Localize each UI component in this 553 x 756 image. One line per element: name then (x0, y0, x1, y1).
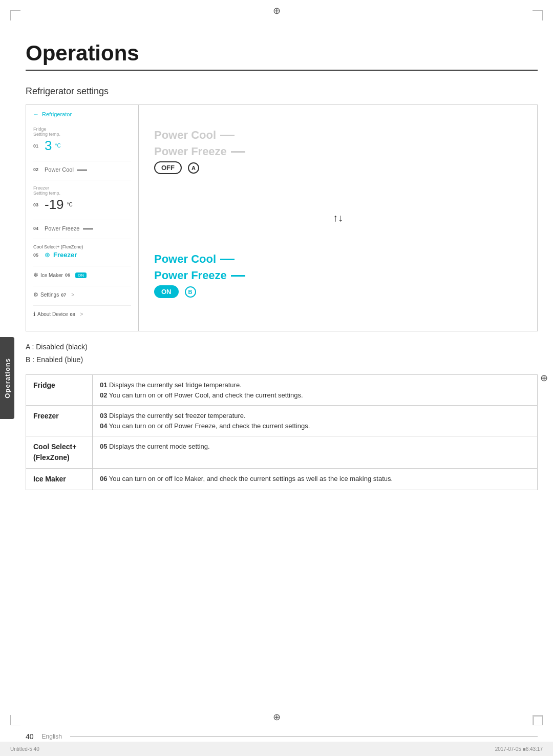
coolselect-value: Freezer (53, 251, 77, 259)
legend-b: B : Enabled (blue) (26, 353, 538, 366)
desc-num-03: 03 (100, 412, 107, 419)
page-footer: 40 English (26, 732, 538, 741)
diagram-container: ← Refrigerator FridgeSetting temp. 01 3 … (26, 104, 538, 331)
sidebar-tab: Operations (0, 337, 14, 419)
footer-filename: Untitled-5 40 (10, 746, 39, 752)
freezer-temp-value: -19 (45, 197, 64, 213)
table-row-icemaker: Ice Maker 06 You can turn on or off Ice … (26, 469, 538, 490)
settings-label: Settings (40, 292, 59, 298)
compass-bottom-icon: ⊕ (273, 711, 281, 723)
corner-mark-bl (10, 715, 20, 725)
corner-mark-tl (10, 10, 20, 20)
coolselect-row: 05 ⊛ Freezer (33, 251, 131, 259)
about-chevron-icon: > (80, 311, 83, 317)
corner-mark-tr (533, 10, 543, 20)
compass-right-icon: ⊕ (540, 372, 548, 384)
num-07: 07 (61, 292, 69, 298)
info-icon: ℹ (33, 311, 35, 318)
footer-line (70, 737, 538, 737)
phone-row-powerfreeze: 04 Power Freeze (33, 223, 131, 234)
legend-a: A : Disabled (black) (26, 341, 538, 353)
fridge-temp-row: 01 3 °C (33, 138, 131, 154)
back-arrow-icon: ← (33, 111, 39, 117)
table-label-icemaker: Ice Maker (26, 469, 93, 490)
title-divider (26, 70, 538, 71)
phone-header: ← Refrigerator (33, 111, 131, 117)
off-button[interactable]: OFF (154, 161, 182, 174)
settings-row: ⚙ Settings 07 > (33, 291, 131, 298)
state-transition-arrow: ↑↓ (154, 212, 522, 224)
footer-date: 2017-07-05 ■6:43:17 (495, 746, 543, 752)
num-05: 05 (33, 253, 41, 258)
footer-lang: English (42, 733, 62, 740)
num-03: 03 (33, 202, 41, 207)
state-a-powerfreeze: Power Freeze (154, 145, 522, 158)
num-02: 02 (33, 167, 41, 172)
divider-2 (33, 180, 131, 180)
powerfreeze-label: Power Freeze (45, 225, 93, 232)
settings-gear-icon: ⚙ (33, 291, 38, 298)
freezer-label: FreezerSetting temp. (33, 185, 131, 196)
phone-row-coolselect: Cool Select+ (FlexZone) 05 ⊛ Freezer (33, 242, 131, 261)
phone-row-fridge: FridgeSetting temp. 01 3 °C (33, 124, 131, 156)
footer-page-num: 40 (26, 732, 34, 741)
state-a-block: Power Cool Power Freeze OFF A (154, 129, 522, 178)
about-row: ℹ About Device 08 > (33, 311, 131, 318)
legend: A : Disabled (black) B : Enabled (blue) (26, 341, 538, 366)
state-a-btn-row: OFF A (154, 161, 522, 174)
badge-b: B (185, 286, 196, 298)
main-content: Operations Refrigerator settings ← Refri… (26, 0, 538, 490)
table-desc-coolselect: 05 Displays the current mode setting. (93, 436, 538, 469)
state-b-powercool-text: Power Cool (154, 253, 216, 266)
icemaker-row: ❄ Ice Maker 06 ON (33, 271, 131, 279)
state-b-powerfreeze-dash (231, 275, 245, 277)
sidebar-tab-label: Operations (4, 358, 11, 398)
desc-num-05: 05 (100, 443, 107, 450)
powercool-label: Power Cool (45, 166, 87, 173)
divider-7 (33, 305, 131, 306)
divider-1 (33, 161, 131, 161)
powercool-dash (77, 170, 87, 171)
info-table: Fridge 01 Displays the currently set fri… (26, 374, 538, 490)
bottom-bar: Untitled-5 40 2017-07-05 ■6:43:17 (0, 742, 553, 756)
table-desc-freezer: 03 Displays the currently set freezer te… (93, 406, 538, 436)
state-a-powercool: Power Cool (154, 129, 522, 142)
table-label-coolselect: Cool Select+(FlexZone) (26, 436, 93, 469)
icemaker-on-badge: ON (75, 272, 87, 278)
powerfreeze-row: 04 Power Freeze (33, 225, 131, 232)
on-button[interactable]: ON (154, 285, 179, 298)
state-a-powercool-dash (220, 135, 235, 136)
state-a-powerfreeze-dash (231, 151, 245, 153)
fridge-temp-value: 3 (45, 138, 52, 154)
table-label-fridge: Fridge (26, 375, 93, 406)
phone-panel: ← Refrigerator FridgeSetting temp. 01 3 … (26, 105, 139, 331)
state-b-btn-row: ON B (154, 285, 522, 298)
icemaker-icon: ❄ (33, 271, 38, 279)
state-a-powerfreeze-text: Power Freeze (154, 145, 227, 158)
state-b-powerfreeze-text: Power Freeze (154, 269, 227, 282)
num-01: 01 (33, 143, 41, 149)
divider-3 (33, 220, 131, 220)
corner-mark-br (533, 715, 543, 725)
freezer-temp-row: 03 -19 °C (33, 197, 131, 213)
phone-row-about: ℹ About Device 08 > (33, 309, 131, 320)
desc-num-01: 01 (100, 381, 107, 389)
compass-top-icon: ⊕ (273, 5, 281, 16)
table-row-freezer: Freezer 03 Displays the currently set fr… (26, 406, 538, 436)
divider-6 (33, 286, 131, 286)
state-b-powercool: Power Cool (154, 253, 522, 266)
phone-row-powercool: 02 Power Cool (33, 164, 131, 175)
num-06: 06 (65, 272, 73, 278)
badge-a: A (188, 162, 199, 174)
freezer-temp-unit: °C (67, 202, 73, 207)
table-label-freezer: Freezer (26, 406, 93, 436)
desc-num-04: 04 (100, 422, 107, 430)
table-row-coolselect: Cool Select+(FlexZone) 05 Displays the c… (26, 436, 538, 469)
phone-row-icemaker: ❄ Ice Maker 06 ON (33, 269, 131, 281)
state-b-powerfreeze: Power Freeze (154, 269, 522, 282)
fridge-label: FridgeSetting temp. (33, 127, 131, 137)
coolselect-sublabel: Cool Select+ (FlexZone) (33, 244, 131, 249)
state-b-block: Power Cool Power Freeze ON B (154, 253, 522, 302)
coolselect-icon: ⊛ (45, 251, 50, 259)
fridge-temp-unit: °C (55, 143, 60, 149)
